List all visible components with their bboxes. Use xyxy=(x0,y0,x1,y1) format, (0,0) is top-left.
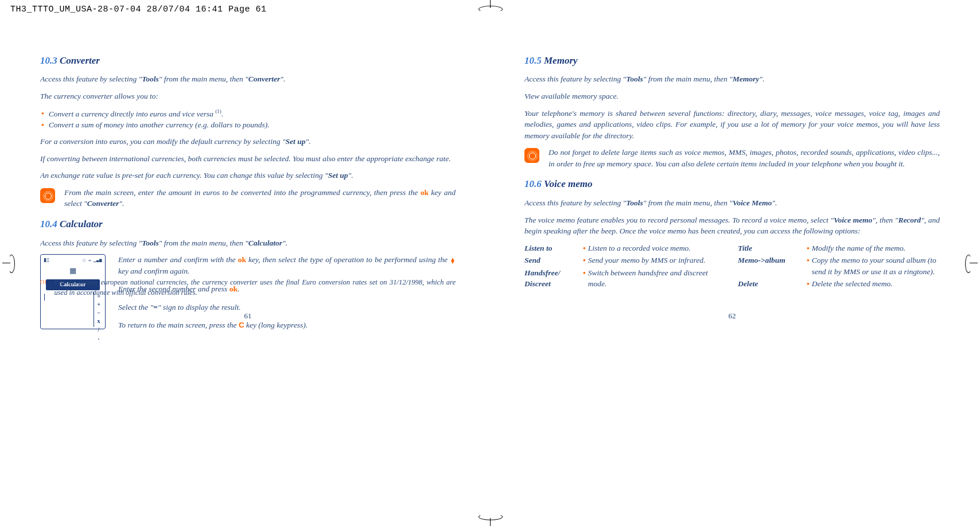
tip-text: Do not forget to delete large items such… xyxy=(549,147,940,169)
text: " from the main menu, then " xyxy=(159,239,248,247)
text: key and confirm again. xyxy=(118,267,189,275)
up-down-arrow-icon: ▲▼ xyxy=(450,258,456,263)
tip-text: From the main screen, enter the amount i… xyxy=(64,187,456,209)
option-label: Send xyxy=(524,255,582,266)
crop-mark-bottom-icon xyxy=(479,510,501,526)
option-label: Handsfree/ Discreet xyxy=(524,267,582,290)
bold-text: Tools xyxy=(142,75,159,83)
text: The voice memo feature enables you to re… xyxy=(524,216,834,224)
heading-10-5: 10.5 Memory xyxy=(524,54,940,68)
text: Modify the name of the memo. xyxy=(812,243,905,254)
section-title-text: Memory xyxy=(544,55,578,66)
text: Listen to a recorded voice memo. xyxy=(588,243,691,254)
bold-text: Converter xyxy=(248,75,281,83)
option-desc: •Switch between handsfree and discreet m… xyxy=(582,267,726,290)
text: ". xyxy=(119,199,124,208)
paragraph: If converting between international curr… xyxy=(40,153,456,165)
option-desc: •Delete the selected memo. xyxy=(806,278,940,290)
text: For a conversion into euros, you can mod… xyxy=(40,137,286,146)
heading-10-3: 10.3 Converter xyxy=(40,54,456,68)
lightbulb-icon xyxy=(524,148,539,163)
option-row: Title •Modify the name of the memo. xyxy=(738,243,940,254)
section-title-text: Calculator xyxy=(60,219,103,229)
access-line-10-3: Access this feature by selecting "Tools"… xyxy=(40,73,456,85)
option-desc: •Modify the name of the memo. xyxy=(806,243,940,254)
bullet-icon: • xyxy=(807,255,810,277)
bold-text: Tools xyxy=(626,198,643,207)
option-desc: •Copy the memo to your sound album (to s… xyxy=(806,255,940,277)
logo-icon: ▦ xyxy=(42,264,103,278)
access-line-10-6: Access this feature by selecting "Tools"… xyxy=(524,197,940,209)
bold-text: Memory xyxy=(733,75,760,83)
bullet-icon: • xyxy=(807,278,810,290)
footnote-ref: (1) xyxy=(215,108,221,114)
bold-text: Converter xyxy=(87,199,119,208)
options-column-right: Title •Modify the name of the memo. Memo… xyxy=(738,243,940,291)
text: " from the main menu, then " xyxy=(643,198,733,207)
page-right: 10.5 Memory Access this feature by selec… xyxy=(524,48,940,338)
access-line-10-4: Access this feature by selecting "Tools"… xyxy=(40,237,456,249)
paragraph: View available memory space. xyxy=(524,91,940,102)
heading-10-6: 10.6 Voice memo xyxy=(524,177,940,192)
paragraph: Your telephone's memory is shared betwee… xyxy=(524,108,940,142)
text: Send your memo by MMS or infrared. xyxy=(588,255,706,266)
access-line-10-5: Access this feature by selecting "Tools"… xyxy=(524,73,940,85)
list-item: •Convert a sum of money into another cur… xyxy=(40,119,456,131)
status-bar: ▮▯⌂ ⫠ ▁▃▅ xyxy=(42,256,103,264)
lightbulb-icon xyxy=(40,188,55,203)
option-row: Delete •Delete the selected memo. xyxy=(738,278,940,290)
section-number: 10.5 xyxy=(524,55,542,66)
bullet-icon: • xyxy=(807,243,810,254)
option-row: Send •Send your memo by MMS or infrared. xyxy=(524,255,726,266)
text: key (long keypress). xyxy=(244,321,308,329)
page-spread: 10.3 Converter Access this feature by se… xyxy=(0,20,980,338)
option-label: Listen to xyxy=(524,243,582,254)
converter-bullets: •Convert a currency directly into euros … xyxy=(40,108,456,131)
text: Access this feature by selecting " xyxy=(40,75,142,83)
bold-text: Record xyxy=(898,216,921,224)
divide-icon: / xyxy=(98,326,100,334)
tip-box-10-5: Do not forget to delete large items such… xyxy=(524,147,940,169)
text: ". xyxy=(305,137,310,146)
text: " from the main menu, then " xyxy=(159,75,248,83)
paragraph: The voice memo feature enables you to re… xyxy=(524,215,940,237)
footnote-text: For the former european national currenc… xyxy=(55,277,456,298)
footnote: (1) For the former european national cur… xyxy=(40,277,456,298)
bullet-icon: • xyxy=(41,108,44,119)
list-item: •Convert a currency directly into euros … xyxy=(40,108,456,119)
paragraph: Enter a number and confirm with the ok k… xyxy=(118,254,456,276)
option-label: Memo->album xyxy=(738,255,806,277)
footnote-marker: (1) xyxy=(40,278,46,298)
section-title-text: Voice memo xyxy=(544,178,593,189)
text: Select the " xyxy=(118,303,153,311)
voice-memo-options: Listen to •Listen to a recorded voice me… xyxy=(524,243,940,291)
bullet-icon: • xyxy=(583,255,586,266)
text: . xyxy=(221,109,223,118)
options-column-left: Listen to •Listen to a recorded voice me… xyxy=(524,243,726,291)
text: " sign to display the result. xyxy=(158,303,241,311)
bullet-icon: • xyxy=(41,119,44,131)
option-row: Handsfree/ Discreet •Switch between hand… xyxy=(524,267,726,290)
page-left: 10.3 Converter Access this feature by se… xyxy=(40,48,456,338)
text: To return to the main screen, press the xyxy=(118,321,239,329)
dot-icon: . xyxy=(98,334,100,342)
crop-mark-right-icon xyxy=(960,255,978,272)
bold-text: Voice Memo xyxy=(733,198,772,207)
bold-text: Tools xyxy=(626,75,643,83)
paragraph: For a conversion into euros, you can mod… xyxy=(40,136,456,147)
text: key, then select the type of operation t… xyxy=(246,255,450,264)
bold-text: Set up xyxy=(328,171,348,180)
heading-10-4: 10.4 Calculator xyxy=(40,217,456,232)
option-label: Delete xyxy=(738,278,806,290)
section-number: 10.4 xyxy=(40,219,57,229)
bullet-icon: • xyxy=(583,243,586,254)
tip-box-10-3: From the main screen, enter the amount i… xyxy=(40,187,456,209)
text: Copy the memo to your sound album (to se… xyxy=(812,255,940,277)
section-title-text: Converter xyxy=(60,55,100,66)
text: ". xyxy=(759,75,764,83)
text: ". xyxy=(348,171,353,180)
bold-text: Voice memo xyxy=(834,216,872,224)
option-label: Title xyxy=(738,243,806,254)
bold-text: Calculator xyxy=(248,239,282,247)
text: From the main screen, enter the amount i… xyxy=(64,188,421,197)
